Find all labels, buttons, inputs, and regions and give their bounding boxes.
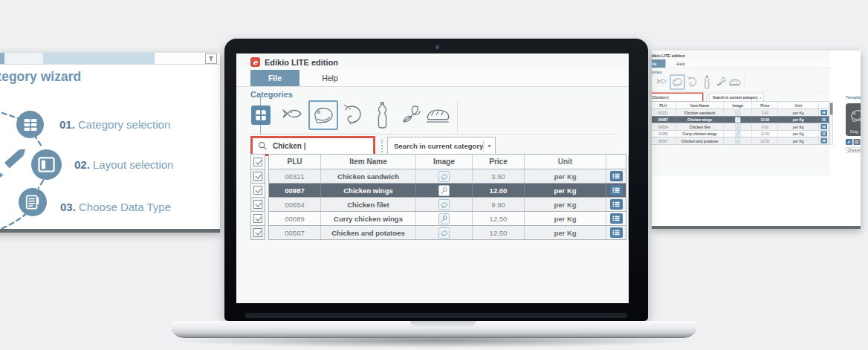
row-checkbox[interactable] xyxy=(250,169,265,184)
check-icon xyxy=(256,158,262,164)
category-vegetables-button[interactable] xyxy=(400,104,422,127)
table-row[interactable]: 00654 Chicken filet 9.90 per Kg xyxy=(652,123,829,131)
chevron-down-icon[interactable]: ▾ xyxy=(758,96,763,100)
header-price[interactable]: Price xyxy=(473,155,525,169)
category-all-button[interactable] xyxy=(251,106,271,125)
wizard-step1-label: 01. Category selection xyxy=(59,118,170,131)
cell-plu: 00321 xyxy=(269,169,321,183)
cell-plu: 00089 xyxy=(269,212,321,225)
fish-icon xyxy=(656,77,667,86)
select-all-checkbox[interactable] xyxy=(250,154,265,169)
search-scope-dropdown[interactable]: Search in current category ▾ xyxy=(387,137,496,155)
edikio-app-window: e Edikio LITE edition File Help Categori… xyxy=(652,51,830,176)
chevron-down-icon[interactable]: ▾ xyxy=(484,143,495,149)
category-drinks-button[interactable] xyxy=(376,101,389,131)
chicken-icon xyxy=(735,124,741,130)
item-details-button[interactable] xyxy=(610,171,623,181)
header-image[interactable]: Image xyxy=(416,155,473,169)
menu-help[interactable]: Help xyxy=(313,70,347,86)
header-plu[interactable]: PLU xyxy=(652,102,676,109)
template-name-field[interactable]: Chicken xyxy=(846,147,861,153)
menu-file[interactable]: File xyxy=(652,59,666,68)
table-row[interactable]: 00321 Chicken sandwich 3.50 per Kg xyxy=(250,169,626,184)
header-unit[interactable]: Unit xyxy=(778,102,819,109)
template-option-button[interactable] xyxy=(854,139,861,145)
table-row[interactable]: 00321 Chicken sandwich 3.50 per Kg xyxy=(652,109,829,117)
table-row[interactable]: 00089 Curry chicken wings 12.50 per Kg xyxy=(250,211,626,226)
categories-label: Categories xyxy=(250,90,293,99)
menu-file[interactable]: File xyxy=(250,70,299,86)
category-fish-button[interactable] xyxy=(656,77,667,87)
header-item-name[interactable]: Item Name xyxy=(676,102,724,109)
category-bread-button[interactable] xyxy=(424,106,451,126)
webcam-icon xyxy=(435,45,439,49)
check-icon xyxy=(256,187,262,192)
header-plu[interactable]: PLU xyxy=(269,155,321,169)
table-row[interactable]: 00654 Chicken filet 9.90 per Kg xyxy=(250,197,626,212)
menu-help[interactable]: Help xyxy=(673,59,690,68)
step-text: Choose Data Type xyxy=(79,201,171,213)
wizard-step1-icon[interactable] xyxy=(16,111,44,138)
table-row[interactable]: 00987 Chicken wings 12.00 per Kg xyxy=(250,183,626,198)
cell-price: 3.50 xyxy=(473,169,525,183)
check-icon xyxy=(256,229,262,235)
table-header-row: PLU Item Name Image Price Unit xyxy=(250,154,626,169)
flower-icon xyxy=(400,104,422,126)
row-checkbox[interactable] xyxy=(250,183,265,198)
item-details-button[interactable] xyxy=(820,110,827,115)
item-details-button[interactable] xyxy=(820,124,827,129)
wizard-step2-icon[interactable] xyxy=(31,149,62,180)
item-details-button[interactable] xyxy=(610,213,623,224)
item-details-button[interactable] xyxy=(820,117,827,123)
app-titlebar: e Edikio LITE edition xyxy=(652,54,685,59)
category-shrimp-button[interactable] xyxy=(687,77,698,88)
search-input[interactable]: Chicken | xyxy=(250,136,375,156)
bread-icon xyxy=(424,106,451,125)
row-checkbox[interactable] xyxy=(250,225,265,240)
wizard-step3-icon[interactable] xyxy=(19,188,47,216)
item-details-button[interactable] xyxy=(610,185,623,195)
cell-plu: 00089 xyxy=(652,131,676,137)
cell-unit: per Kg xyxy=(778,131,819,137)
laptop-hinge xyxy=(245,313,627,318)
header-unit[interactable]: Unit xyxy=(525,155,606,169)
item-details-button[interactable] xyxy=(610,199,623,210)
menu-bar: File Help xyxy=(236,70,629,87)
category-meat-button[interactable] xyxy=(308,100,338,130)
category-drinks-button[interactable] xyxy=(704,75,710,90)
template-card[interactable]: Drag xyxy=(846,103,861,136)
item-details-button[interactable] xyxy=(610,227,623,238)
laptop-screen: e Edikio LITE edition File Help Categori… xyxy=(236,54,629,303)
header-image[interactable]: Image xyxy=(724,102,752,109)
item-details-button[interactable] xyxy=(820,138,827,143)
table-row[interactable]: 00987 Chicken wings 12.00 per Kg xyxy=(652,116,829,123)
template-card-hint: Drag xyxy=(850,130,858,135)
table-row[interactable]: 00567 Chicken and potatoes 12.50 per Kg xyxy=(652,137,829,145)
edit-template-button[interactable] xyxy=(846,139,852,145)
table-row[interactable]: 00089 Curry chicken wings 12.50 per Kg xyxy=(652,130,829,137)
row-checkbox[interactable] xyxy=(250,211,265,226)
header-price[interactable]: Price xyxy=(752,102,778,109)
table-scrollbar[interactable] xyxy=(628,155,629,240)
cell-item-name: Chicken wings xyxy=(676,117,724,123)
category-vegetables-button[interactable] xyxy=(716,77,727,88)
table-row[interactable]: 00567 Chicken and potatoes 12.50 per Kg xyxy=(250,225,626,240)
cell-price: 12.50 xyxy=(752,131,778,137)
header-item-name[interactable]: Item Name xyxy=(321,155,416,169)
sparkle-icon: ✦ xyxy=(0,170,4,181)
category-shrimp-button[interactable] xyxy=(342,103,364,127)
item-details-button[interactable] xyxy=(820,132,827,137)
category-fish-button[interactable] xyxy=(281,105,303,124)
category-bread-button[interactable] xyxy=(728,78,742,88)
table-scrollbar[interactable] xyxy=(830,102,834,145)
laptop-base xyxy=(172,321,696,338)
scrollbar-thumb[interactable] xyxy=(830,103,833,115)
step-number: 03. xyxy=(60,201,76,213)
cell-item-name: Chicken and potatoes xyxy=(321,226,416,239)
cell-plu: 00567 xyxy=(652,137,676,144)
table-body: 00321 Chicken sandwich 3.50 per Kg xyxy=(652,109,829,145)
row-checkbox[interactable] xyxy=(250,197,265,212)
cell-unit: per Kg xyxy=(778,109,819,116)
category-meat-button[interactable] xyxy=(670,75,685,90)
search-value: Chicken | xyxy=(652,96,669,100)
